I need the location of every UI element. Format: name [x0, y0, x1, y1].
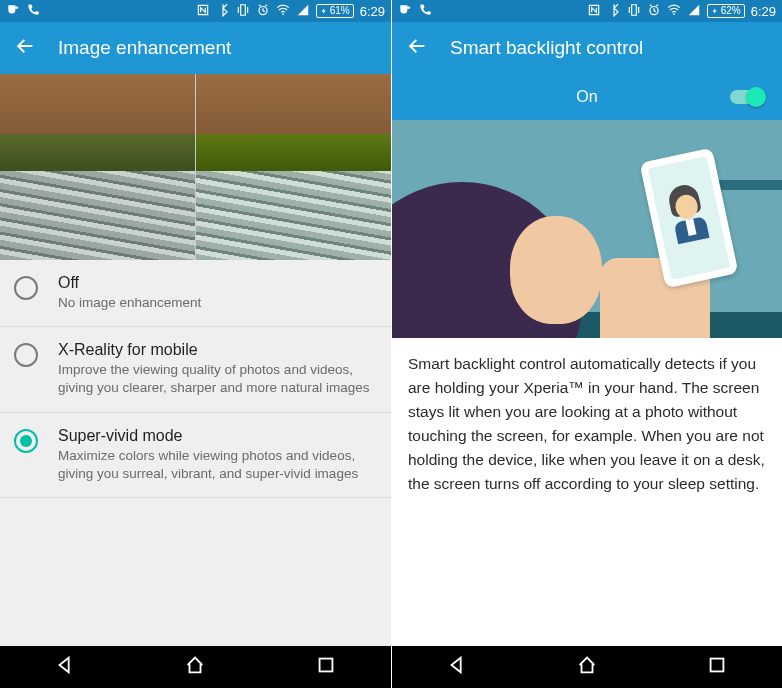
radio-icon: [14, 429, 38, 453]
description-text: Smart backlight control automatically de…: [392, 338, 782, 646]
cup-icon: [398, 3, 412, 20]
back-button[interactable]: [406, 35, 428, 61]
nav-recent-button[interactable]: [706, 654, 728, 680]
toggle-row[interactable]: On: [392, 74, 782, 120]
radio-icon: [14, 343, 38, 367]
toggle-switch[interactable]: [730, 90, 764, 104]
option-desc: No image enhancement: [58, 294, 201, 312]
phone-right: 62% 6:29 Smart backlight control On Smar…: [391, 0, 782, 688]
alarm-icon: [256, 3, 270, 20]
vibrate-icon: [236, 3, 250, 20]
page-title: Smart backlight control: [450, 37, 643, 59]
option-title: X-Reality for mobile: [58, 341, 373, 359]
bluetooth-icon: [607, 3, 621, 20]
back-button[interactable]: [14, 35, 36, 61]
wifi-icon: [276, 3, 290, 20]
illustration: [392, 120, 782, 338]
signal-icon: [687, 3, 701, 20]
nav-home-button[interactable]: [576, 654, 598, 680]
option-title: Off: [58, 274, 201, 292]
bluetooth-icon: [216, 3, 230, 20]
wifi-icon: [667, 3, 681, 20]
option-xreality[interactable]: X-Reality for mobile Improve the viewing…: [0, 327, 391, 412]
phone-icon: [26, 3, 40, 20]
phone-icon: [418, 3, 432, 20]
clock: 6:29: [360, 4, 385, 19]
app-bar: Smart backlight control: [392, 22, 782, 74]
svg-point-4: [673, 13, 675, 15]
vibrate-icon: [627, 3, 641, 20]
nav-recent-button[interactable]: [315, 654, 337, 680]
status-bar: 61% 6:29: [0, 0, 391, 22]
option-desc: Improve the viewing quality of photos an…: [58, 361, 373, 397]
nav-bar: [392, 646, 782, 688]
alarm-icon: [647, 3, 661, 20]
page-title: Image enhancement: [58, 37, 231, 59]
nav-back-button[interactable]: [54, 654, 76, 680]
app-bar: Image enhancement: [0, 22, 391, 74]
option-title: Super-vivid mode: [58, 427, 373, 445]
nfc-icon: [587, 3, 601, 20]
signal-icon: [296, 3, 310, 20]
nav-back-button[interactable]: [446, 654, 468, 680]
option-off[interactable]: Off No image enhancement: [0, 260, 391, 327]
cup-icon: [6, 3, 20, 20]
status-bar: 62% 6:29: [392, 0, 782, 22]
avatar-icon: [666, 182, 709, 244]
phone-left: 61% 6:29 Image enhancement Off No image …: [0, 0, 391, 688]
nav-home-button[interactable]: [184, 654, 206, 680]
svg-rect-2: [319, 659, 332, 672]
radio-icon: [14, 276, 38, 300]
battery-indicator: 62%: [707, 4, 745, 18]
option-list: Off No image enhancement X-Reality for m…: [0, 260, 391, 646]
nfc-icon: [196, 3, 210, 20]
clock: 6:29: [751, 4, 776, 19]
toggle-label: On: [576, 88, 597, 106]
battery-percent: 62%: [721, 5, 741, 17]
nav-bar: [0, 646, 391, 688]
battery-indicator: 61%: [316, 4, 354, 18]
battery-percent: 61%: [330, 5, 350, 17]
svg-point-1: [282, 13, 284, 15]
svg-rect-5: [711, 659, 724, 672]
preview-image: [0, 74, 391, 260]
option-supervivid[interactable]: Super-vivid mode Maximize colors while v…: [0, 413, 391, 498]
option-desc: Maximize colors while viewing photos and…: [58, 447, 373, 483]
